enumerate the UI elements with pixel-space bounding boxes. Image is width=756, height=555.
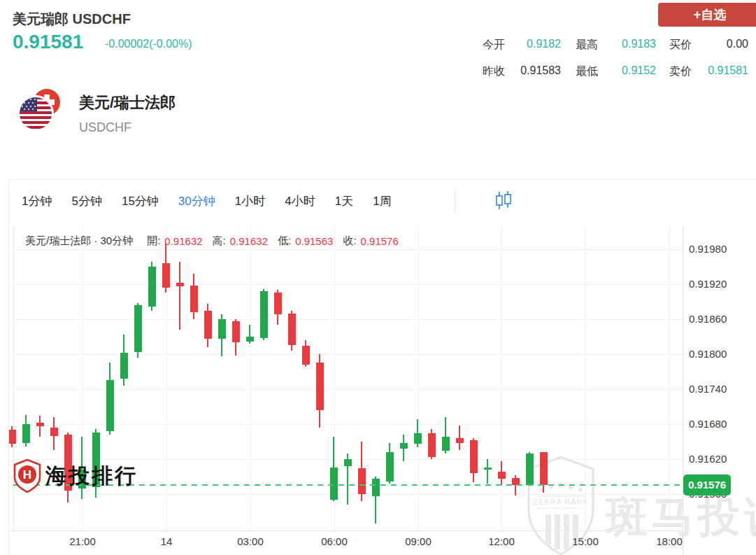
stat-value-low: 0.9152 (606, 64, 656, 77)
price-change: -0.00002(-0.00%) (105, 38, 192, 50)
candle-up (218, 319, 226, 339)
y-axis-label: 0.91980 (689, 243, 727, 255)
x-axis-label: 15:00 (572, 535, 599, 547)
legend-low-value: 0.91563 (295, 235, 333, 247)
pair-code: USDCHF (79, 120, 131, 135)
x-axis-label: 14 (161, 535, 173, 547)
candle-down (274, 293, 282, 315)
y-axis-label: 0.91920 (689, 278, 727, 290)
legend-close-label: 收: (343, 234, 356, 248)
x-axis-label: 12:00 (488, 535, 515, 547)
candle-down (232, 321, 240, 342)
candle-down (162, 263, 170, 288)
candle-up (442, 437, 450, 451)
legend-high-label: 高: (213, 234, 226, 248)
page-title: 美元瑞郎 USDCHF (13, 10, 131, 29)
candle-down (302, 346, 310, 365)
pair-name: 美元/瑞士法郎 (79, 92, 176, 113)
x-axis-label: 21:00 (69, 535, 96, 547)
candle-down (498, 472, 506, 479)
candle-up (22, 424, 30, 443)
candle-down (190, 286, 198, 312)
haitou-watermark-text: 海投排行 (45, 462, 138, 491)
candle-down (50, 428, 58, 436)
candle-up (526, 454, 534, 485)
legend-open-label: 開: (147, 234, 160, 248)
add-watchlist-button[interactable]: +自选 (658, 3, 756, 27)
candle-down (540, 452, 548, 485)
candle-up (372, 479, 380, 496)
stat-label-bid: 买价 (669, 38, 692, 52)
candle-up (148, 267, 156, 307)
candle-down (8, 430, 16, 444)
us-flag (18, 95, 54, 132)
stat-value-prev-close: 0.91583 (511, 64, 561, 77)
svg-text:H: H (23, 468, 31, 482)
candle-up (400, 443, 408, 449)
candle-up (386, 452, 394, 482)
candle-down (456, 438, 464, 443)
legend-open-value: 0.91632 (164, 235, 202, 247)
legend-low-label: 低: (278, 234, 291, 248)
legend-instrument: 美元/瑞士法郎 · 30分钟 (25, 234, 133, 248)
candle-up (344, 459, 352, 466)
stat-label-low: 最低 (576, 64, 598, 79)
candle-up (260, 291, 268, 338)
candle-up (106, 380, 114, 431)
stat-label-prev-close: 昨收 (483, 64, 505, 79)
y-axis-label: 0.91740 (689, 383, 727, 395)
candle-down (428, 433, 436, 456)
y-axis-label: 0.91860 (689, 313, 727, 325)
current-price: 0.91581 (13, 31, 83, 53)
candle-up (484, 468, 492, 470)
legend-high-value: 0.91632 (230, 235, 268, 247)
candle-down (204, 311, 212, 339)
ohlc-legend: 美元/瑞士法郎 · 30分钟 開: 0.91632 高: 0.91632 低: … (25, 234, 399, 248)
stat-value-ask: 0.91581 (697, 64, 748, 77)
haitou-watermark: H 海投排行 (12, 458, 138, 493)
candle-wick-down (39, 416, 41, 437)
candle-down (316, 363, 324, 410)
candle-up (120, 353, 128, 379)
candle-down (470, 440, 478, 473)
candle-down (288, 314, 296, 345)
candle-down (36, 423, 44, 426)
chart-card: 1分钟 5分钟 15分钟 30分钟 1小时 4小时 1天 1周 美元/瑞士法郎 … (8, 179, 756, 555)
usd-chf-flag-icon (18, 88, 62, 134)
y-axis-label: 0.91620 (689, 453, 727, 465)
haitou-shield-icon: H (12, 458, 43, 493)
x-axis-label: 06:00 (321, 535, 348, 547)
candle-up (414, 433, 422, 444)
candle-up (246, 337, 254, 342)
x-axis-label: 18:00 (656, 535, 683, 547)
stat-value-high: 0.9183 (606, 38, 656, 50)
stat-value-open: 0.9182 (515, 38, 561, 50)
y-axis-label: 0.91800 (689, 348, 727, 360)
x-axis-label: 03:00 (237, 535, 264, 547)
stat-label-open: 今开 (483, 38, 505, 52)
legend-close-value: 0.91576 (361, 235, 399, 247)
current-price-badge: 0.91576 (683, 475, 731, 496)
x-axis-label: 09:00 (405, 535, 432, 547)
candle-down (176, 283, 184, 286)
candle-up (134, 305, 142, 352)
stat-value-bid: 0.00 (697, 38, 748, 50)
candle-wick-down (179, 262, 180, 330)
candle-down (358, 468, 366, 494)
candle-wick-up (487, 459, 488, 484)
stat-label-ask: 卖价 (669, 64, 692, 79)
stat-label-high: 最高 (576, 38, 598, 52)
y-axis-label: 0.91680 (689, 418, 727, 430)
